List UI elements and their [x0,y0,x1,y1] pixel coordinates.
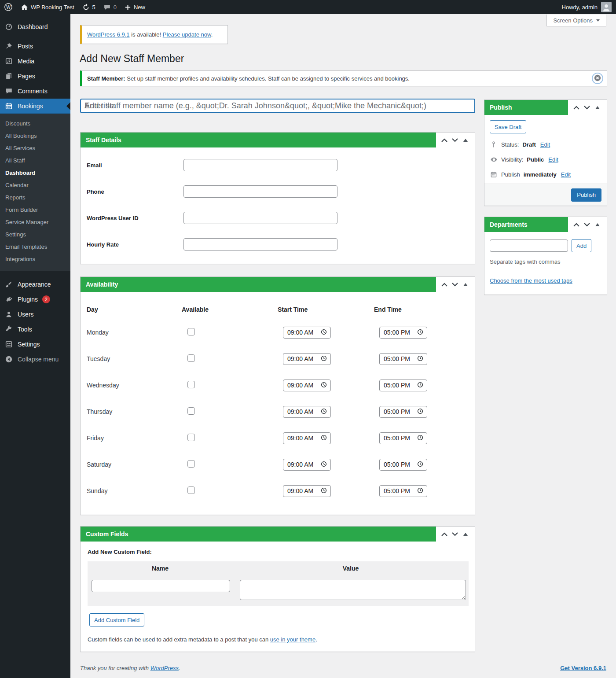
available-checkbox[interactable] [187,354,195,362]
collapse-toggle-button[interactable] [461,135,470,145]
collapse-toggle-button[interactable] [593,103,602,112]
sidebar-item-posts[interactable]: Posts [0,39,70,54]
sidebar-subitem-calendar[interactable]: Calendar [0,179,70,192]
sidebar-subitem-dashboard[interactable]: Dashboard [0,167,70,179]
end-time-input[interactable]: 05:00 PM [379,432,427,444]
end-time-input[interactable]: 05:00 PM [379,327,427,339]
sidebar-subitem-all-bookings[interactable]: All Bookings [0,130,70,142]
available-checkbox[interactable] [187,486,195,494]
edit-visibility-link[interactable]: Edit [548,156,558,163]
add-custom-field-button[interactable]: Add Custom Field [89,613,144,626]
phone-field[interactable] [183,185,337,198]
start-time-input[interactable]: 09:00 AM [283,380,331,391]
move-up-button[interactable] [440,135,449,145]
move-up-button[interactable] [572,103,581,112]
custom-fields-header[interactable]: Custom Fields [81,527,475,542]
end-time-input[interactable]: 05:00 PM [379,406,427,418]
svg-text:W: W [6,5,11,10]
available-checkbox[interactable] [187,328,195,335]
new-department-input[interactable] [490,240,568,252]
sidebar-subitem-all-staff[interactable]: All Staff [0,155,70,167]
staff-name-title-input[interactable] [80,99,475,113]
start-time-input[interactable]: 09:00 AM [283,406,331,418]
start-time-input[interactable]: 09:00 AM [283,327,331,339]
collapse-toggle-button[interactable] [461,280,470,289]
sidebar-item-bookings[interactable]: Bookings [0,99,70,114]
save-draft-button[interactable]: Save Draft [490,120,526,133]
move-down-button[interactable] [582,220,592,229]
site-name-menu[interactable]: WP Booking Test [17,0,78,14]
available-checkbox[interactable] [187,460,195,468]
sidebar-subitem-email-templates[interactable]: Email Templates [0,241,70,253]
sidebar-item-settings[interactable]: Settings [0,337,70,352]
move-up-button[interactable] [572,220,581,229]
departments-header[interactable]: Departments [484,217,607,232]
sidebar-item-media[interactable]: Media [0,54,70,69]
end-time-input[interactable]: 05:00 PM [379,485,427,497]
sidebar-item-label: Settings [18,341,40,348]
move-down-button[interactable] [450,529,460,539]
sidebar-subitem-reports[interactable]: Reports [0,192,70,204]
choose-most-used-link[interactable]: Choose from the most used tags [490,277,572,284]
move-up-button[interactable] [440,280,449,289]
hourly-rate-field[interactable] [183,238,337,251]
collapse-toggle-button[interactable] [593,220,602,229]
staff-details-header[interactable]: Staff Details [81,133,475,147]
sidebar-item-comments[interactable]: Comments [0,84,70,99]
wp-user-id-field[interactable] [183,212,337,224]
sidebar-item-dashboard[interactable]: Dashboard [0,19,70,34]
dismiss-notice-button[interactable] [593,74,602,83]
move-up-button[interactable] [440,529,449,539]
sidebar-item-appearance[interactable]: Appearance [0,277,70,292]
get-version-link[interactable]: Get Version 6.9.1 [560,665,606,671]
use-in-theme-link[interactable]: use in your theme [270,636,315,643]
visibility-label: Visibility: [501,156,523,163]
end-time-input[interactable]: 05:00 PM [379,459,427,471]
email-field[interactable] [183,159,337,171]
move-down-button[interactable] [450,135,460,145]
edit-status-link[interactable]: Edit [540,141,550,148]
update-now-link[interactable]: Please update now [163,31,211,38]
sidebar-subitem-all-services[interactable]: All Services [0,142,70,155]
wrench-icon [4,325,13,334]
sidebar-subitem-service-manager[interactable]: Service Manager [0,216,70,228]
comments-menu[interactable]: 0 [99,0,121,14]
add-department-button[interactable]: Add [572,239,591,252]
sidebar-item-collapse-menu[interactable]: Collapse menu [0,352,70,367]
move-down-button[interactable] [582,103,592,112]
available-checkbox[interactable] [187,407,195,415]
sidebar-subitem-integrations[interactable]: Integrations [0,253,70,265]
custom-field-value-textarea[interactable] [240,580,466,600]
home-icon [21,4,28,11]
wordpress-version-link[interactable]: WordPress 6.9.1 [87,31,130,38]
publish-button[interactable]: Publish [571,188,601,202]
start-time-input[interactable]: 09:00 AM [283,353,331,365]
wordpress-footer-link[interactable]: WordPress [150,665,179,671]
move-down-button[interactable] [450,280,460,289]
sidebar-item-tools[interactable]: Tools [0,322,70,337]
howdy-text[interactable]: Howdy, admin [562,4,598,11]
end-time-input[interactable]: 05:00 PM [379,353,427,365]
screen-options-tab[interactable]: Screen Options [546,15,606,26]
avatar[interactable] [601,2,612,12]
sidebar-subitem-discounts[interactable]: Discounts [0,118,70,130]
sidebar-subitem-form-builder[interactable]: Form Builder [0,204,70,216]
updates-menu[interactable]: 5 [78,0,99,14]
edit-date-link[interactable]: Edit [561,171,571,178]
custom-field-name-input[interactable] [92,580,230,592]
available-checkbox[interactable] [187,434,195,441]
publish-header[interactable]: Publish [484,100,607,115]
start-time-input[interactable]: 09:00 AM [283,432,331,444]
sidebar-subitem-settings[interactable]: Settings [0,228,70,241]
availability-header[interactable]: Availability [81,277,475,292]
new-content-menu[interactable]: New [121,0,149,14]
available-checkbox[interactable] [187,381,195,388]
sidebar-item-pages[interactable]: Pages [0,69,70,84]
start-time-input[interactable]: 09:00 AM [283,485,331,497]
sidebar-item-users[interactable]: Users [0,307,70,322]
end-time-input[interactable]: 05:00 PM [379,380,427,391]
start-time-input[interactable]: 09:00 AM [283,459,331,471]
sidebar-item-plugins[interactable]: Plugins 2 [0,292,70,307]
collapse-toggle-button[interactable] [461,529,470,539]
wordpress-logo-menu[interactable]: W [0,0,17,14]
